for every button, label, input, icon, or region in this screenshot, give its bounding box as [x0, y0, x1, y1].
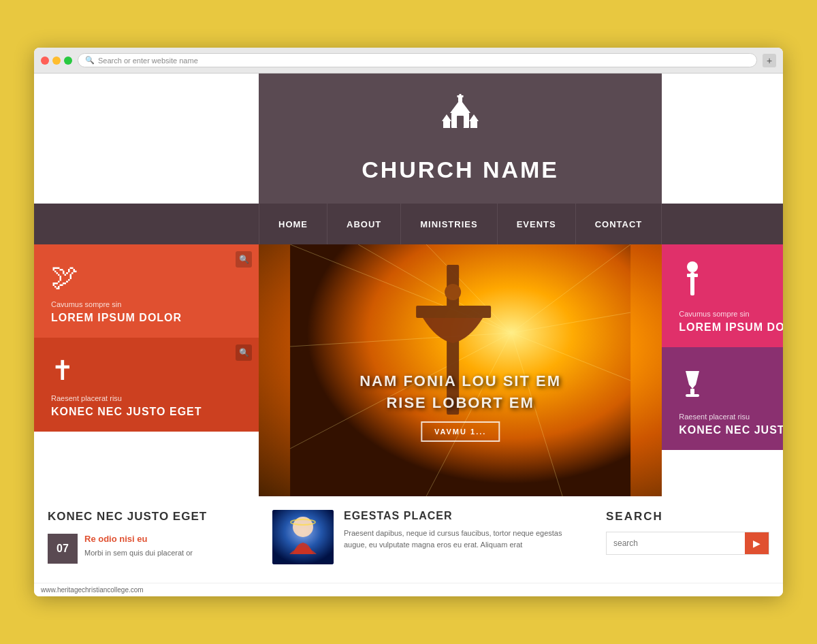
svg-rect-23 — [416, 306, 491, 318]
search-title: SEARCH — [606, 510, 769, 524]
browser-window: 🔍 Search or enter website name + — [34, 48, 783, 596]
news-content: Re odio nisi eu Morbi in sem quis dui pl… — [84, 534, 245, 564]
dove-icon: 🕊 — [51, 261, 242, 292]
url-text: Search or enter website name — [98, 57, 198, 65]
tile-2[interactable]: 🔍 ✝ Raesent placerat risu KONEC NEC JUST… — [34, 338, 259, 432]
tile-r1-subtitle: Cavumus sompre sin — [679, 310, 783, 318]
hero-title-line1: NAM FONIA LOU SIT EM — [289, 372, 631, 390]
tile-r2-subtitle: Raesent placerat risu — [679, 413, 783, 421]
post-title: EGESTAS PLACER — [344, 510, 579, 522]
nav-about[interactable]: ABOUT — [327, 204, 401, 244]
hero-title-line2: RISE LOBORT EM — [289, 394, 631, 412]
website-content: CHURCH NAME HOME ABOUT MINISTRIES EVENTS… — [34, 74, 783, 496]
tile-r2-title: KONEC NEC JUSTO EGET — [679, 424, 783, 436]
header-right — [662, 74, 783, 204]
news-date: 07 — [48, 534, 78, 564]
search-icon: 🔍 — [85, 56, 95, 65]
bottom-left: KONEC NEC JUSTO EGET 07 Re odio nisi eu … — [34, 496, 259, 583]
zoom-icon-2[interactable]: 🔍 — [236, 344, 252, 361]
new-tab-button[interactable]: + — [763, 54, 776, 67]
url-bar[interactable]: 🔍 Search or enter website name — [78, 53, 757, 67]
tile-1-title: LOREM IPSUM DOLOR — [51, 312, 242, 324]
cross-icon — [679, 261, 783, 302]
traffic-lights — [41, 57, 72, 65]
bottom-right: SEARCH ▶ — [592, 496, 783, 583]
content-left: 🔍 🕊 Cavumus sompre sin LOREM IPSUM DOLOR… — [34, 244, 259, 496]
tile-1[interactable]: 🔍 🕊 Cavumus sompre sin LOREM IPSUM DOLOR — [34, 244, 259, 338]
svg-rect-10 — [458, 95, 464, 97]
nav-right — [662, 204, 783, 244]
bottom-section: KONEC NEC JUSTO EGET 07 Re odio nisi eu … — [34, 496, 783, 583]
svg-marker-6 — [442, 114, 451, 121]
browser-chrome: 🔍 Search or enter website name + — [34, 48, 783, 74]
tile-r1[interactable]: Cavumus sompre sin LOREM IPSUM DOLOR — [662, 244, 783, 347]
news-item: 07 Re odio nisi eu Morbi in sem quis dui… — [48, 534, 245, 564]
chalice-icon — [679, 364, 783, 404]
church-icon — [436, 94, 484, 151]
content-right: Cavumus sompre sin LOREM IPSUM DOLOR Rae… — [662, 244, 783, 496]
nav-events[interactable]: EVENTS — [498, 204, 576, 244]
svg-rect-29 — [686, 394, 699, 397]
nav-left — [34, 204, 259, 244]
svg-marker-8 — [469, 114, 479, 121]
church-name: CHURCH NAME — [362, 157, 559, 183]
footer-url: www.heritagechristiancollege.com — [41, 586, 144, 594]
header-center: CHURCH NAME — [259, 74, 662, 204]
tile-1-subtitle: Cavumus sompre sin — [51, 300, 242, 308]
footer-bar: www.heritagechristiancollege.com — [34, 583, 783, 596]
bottom-center: EGESTAS PLACER Praesent dapibus, neque i… — [259, 496, 592, 583]
close-button[interactable] — [41, 57, 49, 65]
tile-2-title: KONEC NEC JUSTO EGET — [51, 406, 242, 418]
news-link[interactable]: Re odio nisi eu — [84, 534, 245, 544]
nav-contact[interactable]: CONTACT — [576, 204, 662, 244]
svg-rect-28 — [690, 389, 694, 394]
svg-point-24 — [445, 284, 461, 300]
hero-overlay-text: NAM FONIA LOU SIT EM RISE LOBORT EM VAVM… — [289, 372, 631, 442]
nav-home[interactable]: HOME — [259, 204, 327, 244]
maximize-button[interactable] — [64, 57, 72, 65]
post-text: Praesent dapibus, neque id cursus faucib… — [344, 528, 579, 550]
post-image — [272, 510, 334, 564]
svg-rect-27 — [687, 274, 698, 277]
hero-section: NAM FONIA LOU SIT EM RISE LOBORT EM VAVM… — [259, 244, 662, 496]
zoom-icon-1[interactable]: 🔍 — [236, 251, 252, 268]
figure-icon: ✝ — [51, 355, 242, 386]
nav-bar: HOME ABOUT MINISTRIES EVENTS CONTACT — [259, 204, 662, 244]
bottom-left-title: KONEC NEC JUSTO EGET — [48, 510, 245, 524]
hero-image — [259, 244, 662, 496]
hero-cta-button[interactable]: VAVMU 1... — [421, 421, 500, 442]
tile-2-subtitle: Raesent placerat risu — [51, 394, 242, 402]
nav-ministries[interactable]: MINISTRIES — [401, 204, 497, 244]
news-text: Morbi in sem quis dui placerat or — [84, 549, 193, 557]
header-left — [34, 74, 259, 204]
minimize-button[interactable] — [52, 57, 61, 65]
tile-r1-title: LOREM IPSUM DOLOR — [679, 321, 783, 334]
post-content: EGESTAS PLACER Praesent dapibus, neque i… — [344, 510, 579, 569]
search-input[interactable] — [607, 532, 745, 554]
svg-rect-3 — [457, 116, 464, 128]
svg-point-25 — [687, 261, 698, 272]
search-box: ▶ — [606, 532, 769, 555]
search-button[interactable]: ▶ — [745, 532, 769, 554]
tile-r2[interactable]: Raesent placerat risu KONEC NEC JUSTO EG… — [662, 347, 783, 450]
